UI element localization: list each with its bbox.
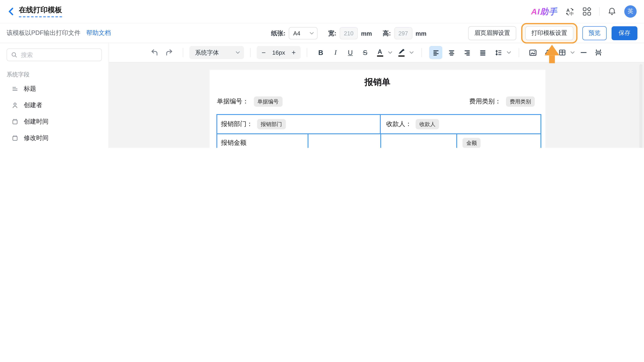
notifications-button[interactable] xyxy=(608,7,616,16)
font-color-button[interactable]: A xyxy=(375,46,385,59)
top-bar: 在线打印模板 AI助手 A 中 xyxy=(0,0,644,23)
page-break-icon xyxy=(595,49,602,56)
dept-field-tag[interactable]: 报销部门 xyxy=(257,119,286,129)
redo-icon xyxy=(165,49,173,56)
bold-button[interactable]: B xyxy=(316,46,326,59)
strikethrough-button[interactable]: S xyxy=(360,46,370,59)
preview-button[interactable]: 预览 xyxy=(582,26,606,40)
header-footer-settings-button[interactable]: 眉页眉脚设置 xyxy=(468,26,516,40)
translate-button[interactable]: A 中 xyxy=(565,7,574,16)
vertical-scrollbar[interactable] xyxy=(640,64,642,148)
ai-assistant-button[interactable]: AI助手 xyxy=(531,6,558,17)
align-center-button[interactable] xyxy=(445,46,458,59)
horizontal-rule-button[interactable] xyxy=(579,46,589,59)
translate-icon: A 中 xyxy=(565,7,574,16)
dept-label: 报销部门： xyxy=(221,120,253,128)
toolbar-divider xyxy=(250,48,250,57)
document-title[interactable]: 报销单 xyxy=(210,76,546,88)
apps-grid-button[interactable] xyxy=(582,7,592,16)
line-height-button[interactable] xyxy=(492,46,505,59)
redo-button[interactable] xyxy=(164,46,174,59)
link-icon xyxy=(544,49,551,56)
align-right-icon xyxy=(464,49,470,56)
undo-button[interactable] xyxy=(150,46,159,59)
align-justify-button[interactable] xyxy=(476,46,489,59)
section-title-system-fields: 系统字段 xyxy=(6,71,102,77)
insert-image-button[interactable] xyxy=(528,46,538,59)
font-size-decrease-button[interactable]: − xyxy=(262,49,266,56)
paper-size-select[interactable]: A4 xyxy=(289,27,318,39)
font-size-value: 16px xyxy=(272,49,285,56)
table-cell-empty[interactable] xyxy=(308,134,380,148)
toolbar-divider xyxy=(307,48,307,57)
chevron-down-icon[interactable] xyxy=(507,51,511,54)
chevron-down-icon[interactable] xyxy=(570,51,574,54)
sidebar-item-modified-time[interactable]: 修改时间 xyxy=(6,130,102,146)
calendar-icon xyxy=(12,118,18,125)
align-right-button[interactable] xyxy=(460,46,474,59)
doc-number-label: 单据编号： xyxy=(217,97,249,106)
align-left-icon xyxy=(432,49,440,56)
search-input[interactable] xyxy=(20,51,97,58)
format-toolbar: 系统字体 − 16px + B I U S A xyxy=(109,43,644,62)
app-window: 在线打印模板 AI助手 A 中 xyxy=(0,0,644,148)
user-icon xyxy=(12,102,18,109)
toolbar-divider xyxy=(183,48,183,57)
avatar[interactable]: 英 xyxy=(624,5,636,17)
annotation-highlight-box: 打印模板设置 xyxy=(521,23,578,43)
paper-label: 纸张: xyxy=(271,29,286,37)
help-docs-link[interactable]: 帮助文档 xyxy=(86,29,111,37)
settings-bar: 该模板以PDF输出打印文件 帮助文档 纸张: A4 宽: mm 高: mm 眉页… xyxy=(0,23,644,43)
print-template-settings-button[interactable]: 打印模板设置 xyxy=(525,26,574,40)
page-title: 在线打印模板 xyxy=(19,6,62,17)
search-box[interactable] xyxy=(6,48,102,61)
svg-text:A: A xyxy=(566,8,570,13)
font-family-select[interactable]: 系统字体 xyxy=(189,46,244,59)
height-label: 高: xyxy=(383,29,391,37)
table-cell-payee[interactable]: 收款人： 收款人 xyxy=(380,115,540,133)
insert-table-button[interactable] xyxy=(557,46,567,59)
sidebar-item-title[interactable]: 标题 xyxy=(6,80,102,97)
width-unit: mm xyxy=(361,30,372,37)
expense-table: 报销部门： 报销部门 收款人： 收款人 报销金额 xyxy=(216,114,541,148)
save-button[interactable]: 保存 xyxy=(612,26,638,40)
page-break-button[interactable] xyxy=(594,46,604,59)
insert-link-button[interactable] xyxy=(542,46,552,59)
align-left-button[interactable] xyxy=(429,46,442,59)
doc-number-field-tag[interactable]: 单据编号 xyxy=(254,96,282,107)
table-cell-dept[interactable]: 报销部门： 报销部门 xyxy=(217,115,380,133)
chevron-down-icon[interactable] xyxy=(388,51,392,54)
sidebar-item-created-time[interactable]: 创建时间 xyxy=(6,113,102,130)
underline-button[interactable]: U xyxy=(346,46,355,59)
table-cell-empty[interactable] xyxy=(380,134,456,148)
image-icon xyxy=(529,49,537,56)
line-height-icon xyxy=(495,49,502,56)
payee-label: 收款人： xyxy=(386,120,412,128)
table-cell-amount-tag[interactable]: 金额 xyxy=(456,134,540,148)
expense-type-label: 费用类别： xyxy=(469,97,501,106)
pdf-output-note: 该模板以PDF输出打印文件 xyxy=(6,29,80,37)
template-document[interactable]: 报销单 单据编号： 单据编号 费用类别： 费用类别 xyxy=(210,70,546,148)
table-cell-amount-label[interactable]: 报销金额 xyxy=(217,134,308,148)
chevron-down-icon[interactable] xyxy=(410,51,414,54)
sidebar-item-creator[interactable]: 创建者 xyxy=(6,97,102,113)
payee-field-tag[interactable]: 收款人 xyxy=(416,119,439,129)
width-label: 宽: xyxy=(328,29,336,37)
expense-type-field-tag[interactable]: 费用类别 xyxy=(506,96,535,107)
font-color-swatch xyxy=(377,55,383,57)
chevron-left-icon xyxy=(8,7,15,15)
font-size-increase-button[interactable]: + xyxy=(292,49,296,56)
highlighter-icon xyxy=(398,49,405,54)
italic-button[interactable]: I xyxy=(330,46,340,59)
amount-field-tag[interactable]: 金额 xyxy=(462,138,481,148)
back-button[interactable] xyxy=(8,7,15,15)
toolbar-divider xyxy=(519,48,519,57)
highlight-color-swatch xyxy=(398,55,404,56)
paper-height-input[interactable] xyxy=(394,27,412,39)
apps-grid-icon xyxy=(582,7,592,16)
paper-size-value: A4 xyxy=(293,30,300,36)
minus-icon xyxy=(580,49,587,56)
paper-width-input[interactable] xyxy=(340,27,358,39)
editor-canvas: 报销单 单据编号： 单据编号 费用类别： 费用类别 xyxy=(109,62,644,148)
highlight-color-button[interactable] xyxy=(396,46,406,59)
